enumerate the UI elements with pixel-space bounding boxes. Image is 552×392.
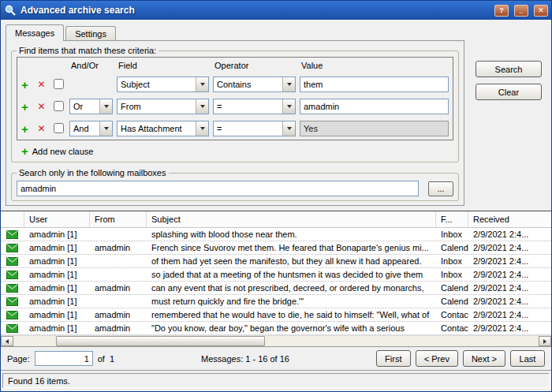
field-dropdown[interactable]: Has Attachment	[117, 121, 209, 136]
row-checkbox[interactable]	[54, 123, 64, 133]
field-dropdown[interactable]: From	[117, 99, 209, 114]
cell-folder: Calendar	[436, 243, 468, 252]
cell-received: 2/9/2021 2:4...	[468, 270, 551, 279]
add-new-clause-label: Add new clause	[32, 147, 94, 156]
titlebar[interactable]: Advanced archive search ? _ ✕	[1, 1, 551, 20]
criteria-row: + ✕ And Has Attachment =	[17, 118, 453, 140]
criteria-table: And/Or Field Operator Value + ✕ Subject …	[17, 57, 453, 140]
scrollbar-thumb[interactable]	[56, 336, 265, 346]
cell-user: amadmin [1]	[24, 297, 90, 306]
table-row[interactable]: amadmin [1] must return quickly and fire…	[1, 295, 551, 308]
mail-icon	[1, 230, 24, 239]
remove-row-icon[interactable]: ✕	[36, 79, 47, 90]
status-bar: Found 16 items.	[1, 370, 551, 391]
row-checkbox[interactable]	[54, 101, 64, 111]
chevron-down-icon	[196, 77, 208, 91]
chevron-down-icon	[196, 121, 208, 136]
close-button[interactable]: ✕	[534, 5, 548, 17]
next-page-button[interactable]: Next >	[463, 350, 505, 367]
table-row[interactable]: amadmin [1] amadmin can any event that i…	[1, 282, 551, 295]
page-of-label: of 1	[98, 354, 114, 364]
remove-row-icon[interactable]: ✕	[36, 123, 47, 134]
chevron-down-icon	[99, 99, 112, 114]
tab-strip: Messages Settings	[6, 24, 551, 40]
table-row[interactable]: amadmin [1] so jaded that at a meeting o…	[1, 268, 551, 282]
value-input[interactable]	[300, 99, 449, 114]
horizontal-scrollbar[interactable]	[1, 335, 551, 346]
scrollbar-track[interactable]	[13, 336, 539, 346]
cell-from: amadmin	[90, 243, 147, 252]
add-row-icon[interactable]: +	[17, 100, 32, 114]
criteria-header-row: And/Or Field Operator Value	[17, 58, 453, 73]
cell-subject: so jaded that at a meeting of the huntsm…	[147, 270, 436, 279]
pager-bar: Page: of 1 Messages: 1 - 16 of 16 First …	[1, 346, 551, 370]
row-checkbox[interactable]	[54, 79, 64, 89]
mailboxes-input[interactable]	[17, 181, 419, 196]
mail-icon	[1, 284, 24, 293]
help-button[interactable]: ?	[494, 5, 509, 17]
cell-from: amadmin	[90, 323, 147, 333]
operator-dropdown[interactable]: =	[213, 121, 296, 136]
cell-user: amadmin [1]	[24, 270, 90, 279]
first-page-button[interactable]: First	[376, 350, 411, 367]
mail-icon	[1, 311, 24, 319]
col-header-value: Value	[300, 61, 453, 70]
results-table: User From Subject F... Received amadmin …	[1, 211, 551, 346]
col-header-operator: Operator	[213, 61, 300, 70]
clear-button[interactable]: Clear	[476, 84, 542, 100]
remove-row-icon[interactable]: ✕	[36, 101, 47, 112]
col-header-folder[interactable]: F...	[436, 211, 468, 227]
prev-page-button[interactable]: < Prev	[416, 350, 458, 367]
cell-subject: of them had yet seen the manifesto, but …	[147, 256, 436, 266]
col-header-subject[interactable]: Subject	[147, 211, 436, 227]
cell-folder: Inbox	[436, 256, 468, 266]
cell-received: 2/9/2021 2:4...	[468, 283, 551, 293]
cell-user: amadmin [1]	[24, 230, 90, 239]
andor-dropdown[interactable]: Or	[69, 99, 113, 114]
chevron-down-icon	[282, 77, 295, 91]
table-row[interactable]: amadmin [1] amadmin remembered that he w…	[1, 308, 551, 322]
col-header-andor: And/Or	[69, 61, 117, 70]
page-number-input[interactable]	[35, 351, 93, 366]
tab-settings[interactable]: Settings	[65, 26, 116, 40]
cell-received: 2/9/2021 2:4...	[468, 230, 551, 239]
table-row[interactable]: amadmin [1] of them had yet seen the man…	[1, 255, 551, 268]
messages-count-label: Messages: 1 - 16 of 16	[119, 354, 371, 364]
cell-subject: must return quickly and fire the bridge.…	[147, 297, 436, 306]
chevron-down-icon	[282, 99, 295, 114]
col-header-from[interactable]: From	[90, 211, 147, 227]
value-input[interactable]	[300, 77, 449, 92]
tab-messages[interactable]: Messages	[6, 24, 64, 41]
table-row[interactable]: amadmin [1] amadmin "Do you know, dear b…	[1, 322, 551, 335]
table-row[interactable]: amadmin [1] amadmin French since Suvorov…	[1, 241, 551, 255]
andor-dropdown[interactable]: And	[69, 121, 113, 136]
minimize-button[interactable]: _	[514, 5, 528, 17]
cell-user: amadmin [1]	[24, 243, 90, 252]
table-row[interactable]: amadmin [1] splashing with blood those n…	[1, 228, 551, 241]
mail-icon	[1, 324, 24, 333]
arrow-left-icon	[6, 339, 9, 344]
col-header-received[interactable]: Received	[468, 211, 551, 227]
last-page-button[interactable]: Last	[510, 350, 545, 367]
advanced-archive-search-window: Advanced archive search ? _ ✕ Messages S…	[0, 0, 552, 392]
col-header-user[interactable]: User	[24, 211, 90, 227]
scroll-right-button[interactable]	[539, 336, 551, 346]
browse-mailboxes-button[interactable]: ...	[428, 181, 453, 196]
cell-folder: Contacts	[436, 323, 468, 333]
field-dropdown[interactable]: Subject	[117, 77, 209, 92]
search-button[interactable]: Search	[476, 61, 542, 77]
mail-icon	[1, 271, 24, 279]
cell-subject: French since Suvorov met them. He feared…	[147, 243, 436, 252]
operator-dropdown[interactable]: =	[213, 99, 296, 114]
scroll-left-button[interactable]	[1, 336, 13, 346]
action-buttons: Search Clear	[476, 61, 542, 100]
page-label: Page:	[7, 354, 30, 364]
cell-received: 2/9/2021 2:4...	[468, 323, 551, 333]
app-icon	[4, 4, 17, 17]
operator-dropdown[interactable]: Contains	[213, 77, 296, 92]
col-header-icon	[1, 211, 24, 227]
add-new-clause-link[interactable]: + Add new clause	[21, 144, 453, 158]
mail-icon	[1, 257, 24, 266]
add-row-icon[interactable]: +	[17, 122, 32, 136]
add-row-icon[interactable]: +	[17, 78, 32, 91]
